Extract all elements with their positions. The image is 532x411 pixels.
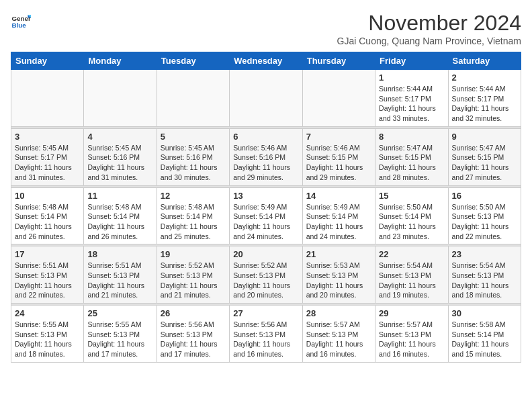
calendar-cell-w4-d6: 23Sunrise: 5:54 AM Sunset: 5:13 PM Dayli… [448,246,521,304]
day-number: 3 [15,132,80,142]
day-number: 12 [161,191,226,201]
day-number: 5 [161,132,226,142]
calendar-cell-w5-d3: 27Sunrise: 5:56 AM Sunset: 5:13 PM Dayli… [230,306,302,363]
week-row-3: 10Sunrise: 5:48 AM Sunset: 5:14 PM Dayli… [11,187,521,244]
day-number: 18 [87,249,152,259]
day-number: 9 [452,132,517,142]
calendar-cell-w3-d6: 16Sunrise: 5:50 AM Sunset: 5:13 PM Dayli… [448,187,521,244]
day-info: Sunrise: 5:53 AM Sunset: 5:13 PM Dayligh… [306,261,371,300]
day-info: Sunrise: 5:57 AM Sunset: 5:13 PM Dayligh… [379,320,444,359]
day-info: Sunrise: 5:50 AM Sunset: 5:13 PM Dayligh… [452,202,517,242]
calendar-table: SundayMondayTuesdayWednesdayThursdayFrid… [11,52,521,363]
day-number: 8 [379,132,444,142]
calendar-cell-w3-d2: 12Sunrise: 5:48 AM Sunset: 5:14 PM Dayli… [157,187,229,244]
day-info: Sunrise: 5:58 AM Sunset: 5:14 PM Dayligh… [452,320,517,359]
day-number: 6 [233,132,298,142]
logo-icon: General Blue [11,11,31,31]
calendar-cell-w1-d1 [84,70,157,127]
day-number: 1 [379,73,444,83]
calendar-cell-w1-d2 [157,70,229,127]
calendar-cell-w3-d1: 11Sunrise: 5:48 AM Sunset: 5:14 PM Dayli… [84,187,157,244]
calendar-cell-w2-d3: 6Sunrise: 5:46 AM Sunset: 5:16 PM Daylig… [230,128,302,185]
calendar-cell-w4-d0: 17Sunrise: 5:51 AM Sunset: 5:13 PM Dayli… [11,246,84,304]
day-number: 26 [161,308,226,318]
calendar-cell-w5-d2: 26Sunrise: 5:56 AM Sunset: 5:13 PM Dayli… [157,306,229,363]
day-info: Sunrise: 5:45 AM Sunset: 5:17 PM Dayligh… [15,143,80,183]
calendar-cell-w5-d1: 25Sunrise: 5:55 AM Sunset: 5:13 PM Dayli… [84,306,157,363]
calendar-cell-w3-d0: 10Sunrise: 5:48 AM Sunset: 5:14 PM Dayli… [11,187,84,244]
day-info: Sunrise: 5:47 AM Sunset: 5:15 PM Dayligh… [379,143,444,183]
calendar-cell-w2-d2: 5Sunrise: 5:45 AM Sunset: 5:16 PM Daylig… [157,128,229,185]
page-header: General Blue November 2024 GJai Cuong, Q… [11,11,521,46]
day-info: Sunrise: 5:49 AM Sunset: 5:14 PM Dayligh… [233,202,298,242]
day-number: 28 [306,308,371,318]
logo: General Blue [11,11,31,31]
day-info: Sunrise: 5:56 AM Sunset: 5:13 PM Dayligh… [161,320,226,359]
calendar-cell-w2-d4: 7Sunrise: 5:46 AM Sunset: 5:15 PM Daylig… [302,128,375,185]
day-info: Sunrise: 5:52 AM Sunset: 5:13 PM Dayligh… [161,261,226,300]
weekday-saturday: Saturday [448,52,521,70]
day-number: 17 [15,249,80,259]
weekday-friday: Friday [375,52,448,70]
calendar-cell-w1-d6: 2Sunrise: 5:44 AM Sunset: 5:17 PM Daylig… [448,70,521,127]
day-info: Sunrise: 5:57 AM Sunset: 5:13 PM Dayligh… [306,320,371,359]
calendar-cell-w1-d3 [230,70,302,127]
day-number: 13 [233,191,298,201]
day-number: 4 [87,132,152,142]
weekday-sunday: Sunday [11,52,84,70]
day-info: Sunrise: 5:46 AM Sunset: 5:15 PM Dayligh… [306,143,371,183]
day-number: 24 [15,308,80,318]
day-info: Sunrise: 5:45 AM Sunset: 5:16 PM Dayligh… [87,143,152,183]
weekday-wednesday: Wednesday [230,52,302,70]
day-number: 29 [379,308,444,318]
svg-text:Blue: Blue [12,21,27,29]
calendar-cell-w1-d5: 1Sunrise: 5:44 AM Sunset: 5:17 PM Daylig… [375,70,448,127]
month-title: November 2024 [337,11,521,36]
calendar-cell-w2-d6: 9Sunrise: 5:47 AM Sunset: 5:15 PM Daylig… [448,128,521,185]
day-number: 23 [452,249,517,259]
location: GJai Cuong, Quang Nam Province, Vietnam [337,36,521,46]
day-number: 22 [379,249,444,259]
calendar-cell-w5-d6: 30Sunrise: 5:58 AM Sunset: 5:14 PM Dayli… [448,306,521,363]
calendar-cell-w4-d3: 20Sunrise: 5:52 AM Sunset: 5:13 PM Dayli… [230,246,302,304]
week-row-4: 17Sunrise: 5:51 AM Sunset: 5:13 PM Dayli… [11,246,521,304]
day-number: 30 [452,308,517,318]
calendar-cell-w5-d0: 24Sunrise: 5:55 AM Sunset: 5:13 PM Dayli… [11,306,84,363]
calendar-cell-w5-d4: 28Sunrise: 5:57 AM Sunset: 5:13 PM Dayli… [302,306,375,363]
calendar-cell-w1-d4 [302,70,375,127]
calendar-cell-w2-d0: 3Sunrise: 5:45 AM Sunset: 5:17 PM Daylig… [11,128,84,185]
day-info: Sunrise: 5:51 AM Sunset: 5:13 PM Dayligh… [15,261,80,300]
day-info: Sunrise: 5:50 AM Sunset: 5:14 PM Dayligh… [379,202,444,242]
day-info: Sunrise: 5:44 AM Sunset: 5:17 PM Dayligh… [379,84,444,124]
day-info: Sunrise: 5:48 AM Sunset: 5:14 PM Dayligh… [161,202,226,242]
day-number: 27 [233,308,298,318]
day-info: Sunrise: 5:54 AM Sunset: 5:13 PM Dayligh… [452,261,517,300]
week-row-2: 3Sunrise: 5:45 AM Sunset: 5:17 PM Daylig… [11,128,521,185]
calendar-cell-w5-d5: 29Sunrise: 5:57 AM Sunset: 5:13 PM Dayli… [375,306,448,363]
calendar-cell-w1-d0 [11,70,84,127]
weekday-thursday: Thursday [302,52,375,70]
day-info: Sunrise: 5:47 AM Sunset: 5:15 PM Dayligh… [452,143,517,183]
day-info: Sunrise: 5:55 AM Sunset: 5:13 PM Dayligh… [15,320,80,359]
day-info: Sunrise: 5:52 AM Sunset: 5:13 PM Dayligh… [233,261,298,300]
day-number: 16 [452,191,517,201]
day-info: Sunrise: 5:49 AM Sunset: 5:14 PM Dayligh… [306,202,371,242]
title-section: November 2024 GJai Cuong, Quang Nam Prov… [337,11,521,46]
day-number: 14 [306,191,371,201]
day-info: Sunrise: 5:51 AM Sunset: 5:13 PM Dayligh… [87,261,152,300]
day-info: Sunrise: 5:45 AM Sunset: 5:16 PM Dayligh… [161,143,226,183]
day-info: Sunrise: 5:48 AM Sunset: 5:14 PM Dayligh… [87,202,152,242]
day-info: Sunrise: 5:48 AM Sunset: 5:14 PM Dayligh… [15,202,80,242]
day-number: 11 [87,191,152,201]
calendar-cell-w4-d2: 19Sunrise: 5:52 AM Sunset: 5:13 PM Dayli… [157,246,229,304]
day-info: Sunrise: 5:44 AM Sunset: 5:17 PM Dayligh… [452,84,517,124]
day-number: 7 [306,132,371,142]
day-number: 15 [379,191,444,201]
weekday-tuesday: Tuesday [157,52,229,70]
weekday-header-row: SundayMondayTuesdayWednesdayThursdayFrid… [11,52,521,70]
calendar-cell-w4-d5: 22Sunrise: 5:54 AM Sunset: 5:13 PM Dayli… [375,246,448,304]
day-number: 21 [306,249,371,259]
day-info: Sunrise: 5:46 AM Sunset: 5:16 PM Dayligh… [233,143,298,183]
day-number: 2 [452,73,517,83]
day-number: 20 [233,249,298,259]
